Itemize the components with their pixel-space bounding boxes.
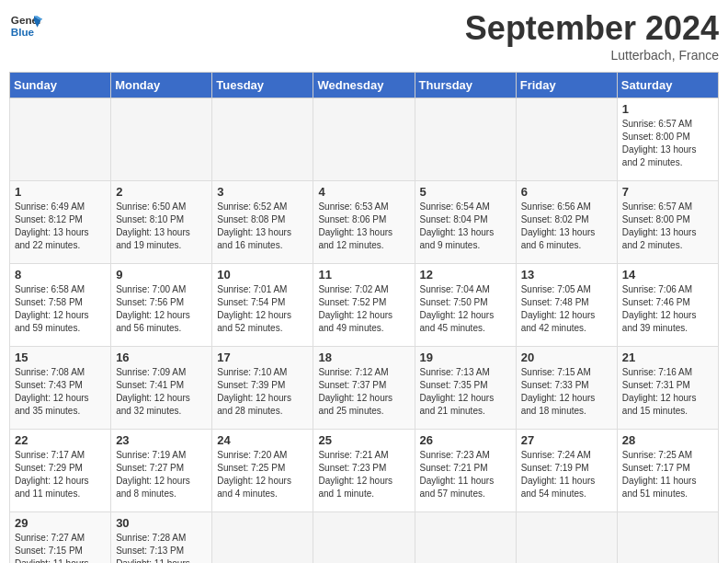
calendar-cell: 5Sunrise: 6:54 AM Sunset: 8:04 PM Daylig… [415,181,516,264]
calendar-cell [212,98,313,181]
day-info: Sunrise: 7:25 AM Sunset: 7:17 PM Dayligh… [622,449,713,500]
title-block: September 2024 Lutterbach, France [465,9,719,63]
calendar-cell [415,512,516,564]
calendar-cell [516,512,617,564]
calendar-cell: 19Sunrise: 7:13 AM Sunset: 7:35 PM Dayli… [415,347,516,430]
day-info: Sunrise: 6:49 AM Sunset: 8:12 PM Dayligh… [15,201,106,252]
day-number: 20 [521,350,612,364]
header-friday: Friday [516,73,617,98]
day-info: Sunrise: 6:56 AM Sunset: 8:02 PM Dayligh… [521,201,612,252]
day-info: Sunrise: 7:21 AM Sunset: 7:23 PM Dayligh… [318,449,409,500]
calendar-cell: 2Sunrise: 6:50 AM Sunset: 8:10 PM Daylig… [111,181,212,264]
calendar-row: 15Sunrise: 7:08 AM Sunset: 7:43 PM Dayli… [10,347,719,430]
calendar-cell: 12Sunrise: 7:04 AM Sunset: 7:50 PM Dayli… [415,264,516,347]
logo-icon: General Blue [9,9,42,42]
day-info: Sunrise: 7:16 AM Sunset: 7:31 PM Dayligh… [622,366,713,418]
day-number: 28 [622,433,713,447]
calendar-table: Sunday Monday Tuesday Wednesday Thursday… [9,72,719,563]
calendar-cell [516,98,617,181]
calendar-cell: 29Sunrise: 7:27 AM Sunset: 7:15 PM Dayli… [10,512,111,564]
day-info: Sunrise: 7:04 AM Sunset: 7:50 PM Dayligh… [420,283,511,335]
day-number: 7 [622,185,713,199]
calendar-cell: 18Sunrise: 7:12 AM Sunset: 7:37 PM Dayli… [313,347,415,430]
calendar-cell: 28Sunrise: 7:25 AM Sunset: 7:17 PM Dayli… [617,430,718,512]
calendar-cell: 1Sunrise: 6:57 AM Sunset: 8:00 PM Daylig… [617,98,718,181]
svg-text:Blue: Blue [11,26,35,38]
day-info: Sunrise: 7:19 AM Sunset: 7:27 PM Dayligh… [116,449,207,500]
header-wednesday: Wednesday [313,73,415,98]
day-number: 14 [622,268,713,282]
day-number: 1 [622,102,713,116]
day-info: Sunrise: 7:00 AM Sunset: 7:56 PM Dayligh… [116,283,207,335]
day-info: Sunrise: 6:58 AM Sunset: 7:58 PM Dayligh… [15,283,106,335]
calendar-cell: 21Sunrise: 7:16 AM Sunset: 7:31 PM Dayli… [617,347,718,430]
day-number: 11 [318,268,409,282]
day-number: 5 [420,185,511,199]
day-number: 26 [420,433,511,447]
calendar-row: 1Sunrise: 6:49 AM Sunset: 8:12 PM Daylig… [10,181,719,264]
day-info: Sunrise: 6:54 AM Sunset: 8:04 PM Dayligh… [420,201,511,252]
calendar-cell: 9Sunrise: 7:00 AM Sunset: 7:56 PM Daylig… [111,264,212,347]
calendar-row: 8Sunrise: 6:58 AM Sunset: 7:58 PM Daylig… [10,264,719,347]
header-saturday: Saturday [617,73,718,98]
day-info: Sunrise: 7:10 AM Sunset: 7:39 PM Dayligh… [217,366,308,418]
calendar-cell [111,98,212,181]
calendar-cell: 15Sunrise: 7:08 AM Sunset: 7:43 PM Dayli… [10,347,111,430]
calendar-cell [313,98,415,181]
day-info: Sunrise: 7:23 AM Sunset: 7:21 PM Dayligh… [420,449,511,500]
day-info: Sunrise: 7:27 AM Sunset: 7:15 PM Dayligh… [15,532,106,563]
day-number: 8 [15,268,106,282]
calendar-cell: 22Sunrise: 7:17 AM Sunset: 7:29 PM Dayli… [10,430,111,512]
day-info: Sunrise: 7:01 AM Sunset: 7:54 PM Dayligh… [217,283,308,335]
day-info: Sunrise: 7:24 AM Sunset: 7:19 PM Dayligh… [521,449,612,500]
calendar-cell: 8Sunrise: 6:58 AM Sunset: 7:58 PM Daylig… [10,264,111,347]
day-number: 15 [15,350,106,364]
logo: General Blue [9,9,42,42]
day-info: Sunrise: 7:17 AM Sunset: 7:29 PM Dayligh… [15,449,106,500]
day-number: 2 [116,185,207,199]
day-number: 24 [217,433,308,447]
calendar-cell [10,98,111,181]
day-info: Sunrise: 6:53 AM Sunset: 8:06 PM Dayligh… [318,201,409,252]
calendar-cell: 13Sunrise: 7:05 AM Sunset: 7:48 PM Dayli… [516,264,617,347]
day-number: 22 [15,433,106,447]
calendar-cell: 11Sunrise: 7:02 AM Sunset: 7:52 PM Dayli… [313,264,415,347]
day-info: Sunrise: 7:13 AM Sunset: 7:35 PM Dayligh… [420,366,511,418]
page-header: General Blue September 2024 Lutterbach, … [9,9,719,63]
day-number: 17 [217,350,308,364]
day-number: 1 [15,185,106,199]
day-number: 3 [217,185,308,199]
day-info: Sunrise: 6:50 AM Sunset: 8:10 PM Dayligh… [116,201,207,252]
day-number: 19 [420,350,511,364]
location: Lutterbach, France [465,48,719,63]
day-number: 29 [15,516,106,530]
calendar-cell: 10Sunrise: 7:01 AM Sunset: 7:54 PM Dayli… [212,264,313,347]
header-sunday: Sunday [10,73,111,98]
day-number: 12 [420,268,511,282]
header-monday: Monday [111,73,212,98]
day-info: Sunrise: 7:02 AM Sunset: 7:52 PM Dayligh… [318,283,409,335]
day-info: Sunrise: 7:09 AM Sunset: 7:41 PM Dayligh… [116,366,207,418]
header-thursday: Thursday [415,73,516,98]
day-number: 4 [318,185,409,199]
calendar-cell: 17Sunrise: 7:10 AM Sunset: 7:39 PM Dayli… [212,347,313,430]
weekday-header-row: Sunday Monday Tuesday Wednesday Thursday… [10,73,719,98]
day-number: 25 [318,433,409,447]
day-info: Sunrise: 7:28 AM Sunset: 7:13 PM Dayligh… [116,532,207,563]
day-info: Sunrise: 7:20 AM Sunset: 7:25 PM Dayligh… [217,449,308,500]
calendar-cell: 3Sunrise: 6:52 AM Sunset: 8:08 PM Daylig… [212,181,313,264]
day-number: 23 [116,433,207,447]
day-number: 21 [622,350,713,364]
day-number: 13 [521,268,612,282]
calendar-cell: 4Sunrise: 6:53 AM Sunset: 8:06 PM Daylig… [313,181,415,264]
day-info: Sunrise: 7:06 AM Sunset: 7:46 PM Dayligh… [622,283,713,335]
day-info: Sunrise: 6:57 AM Sunset: 8:00 PM Dayligh… [622,118,713,169]
day-info: Sunrise: 6:52 AM Sunset: 8:08 PM Dayligh… [217,201,308,252]
day-number: 30 [116,516,207,530]
calendar-cell: 24Sunrise: 7:20 AM Sunset: 7:25 PM Dayli… [212,430,313,512]
calendar-row: 29Sunrise: 7:27 AM Sunset: 7:15 PM Dayli… [10,512,719,564]
day-info: Sunrise: 7:08 AM Sunset: 7:43 PM Dayligh… [15,366,106,418]
calendar-cell: 7Sunrise: 6:57 AM Sunset: 8:00 PM Daylig… [617,181,718,264]
day-number: 16 [116,350,207,364]
calendar-cell: 6Sunrise: 6:56 AM Sunset: 8:02 PM Daylig… [516,181,617,264]
